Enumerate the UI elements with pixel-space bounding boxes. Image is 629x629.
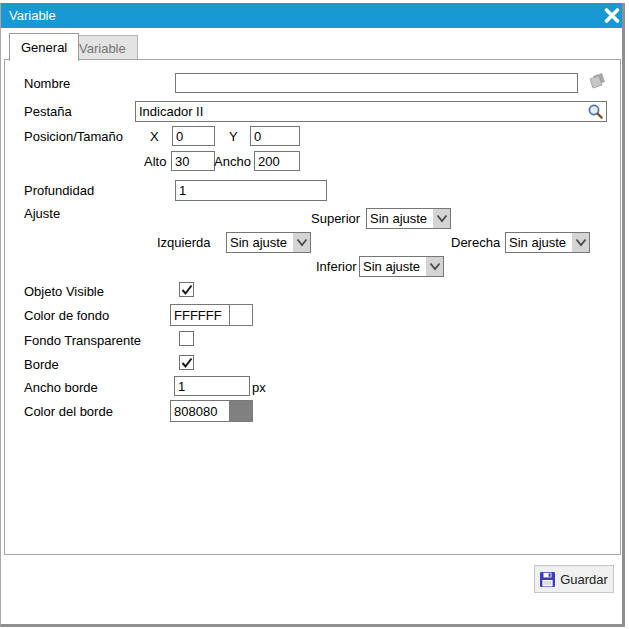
general-tab-panel: Nombre Pestaña Posicio — [4, 59, 621, 555]
page-icon[interactable] — [587, 71, 607, 95]
inferior-select[interactable]: Sin ajuste — [359, 256, 444, 277]
color-fondo-swatch[interactable] — [229, 304, 253, 326]
izquierda-select-value: Sin ajuste — [227, 233, 293, 252]
derecha-select[interactable]: Sin ajuste — [505, 232, 590, 253]
ancho-borde-label: Ancho borde — [24, 380, 98, 395]
derecha-label: Derecha — [451, 235, 500, 250]
alto-input[interactable] — [171, 151, 215, 171]
ancho-label: Ancho — [214, 154, 251, 169]
screen: Variable General Variable ? Nombre — [0, 0, 629, 629]
fondo-transparente-checkbox[interactable] — [179, 331, 194, 346]
tab-general[interactable]: General — [9, 33, 79, 61]
color-borde-label: Color del borde — [24, 404, 113, 419]
borde-checkbox[interactable] — [179, 355, 194, 370]
nombre-input[interactable] — [175, 73, 578, 93]
ancho-input[interactable] — [254, 151, 300, 171]
ancho-borde-input[interactable] — [174, 376, 250, 396]
superior-label: Superior — [311, 211, 360, 226]
pestana-input[interactable] — [136, 103, 585, 120]
izquierda-select[interactable]: Sin ajuste — [226, 232, 311, 253]
dialog-title: Variable — [9, 8, 56, 23]
pestana-label: Pestaña — [24, 104, 72, 119]
superior-select-value: Sin ajuste — [367, 209, 433, 228]
borde-label: Borde — [24, 357, 59, 372]
search-icon[interactable] — [585, 102, 606, 121]
close-icon[interactable] — [603, 7, 621, 24]
tab-strip: General Variable ? — [1, 28, 622, 59]
objeto-visible-checkbox[interactable] — [179, 282, 194, 297]
chevron-down-icon — [426, 257, 443, 276]
tab-variable-label: Variable — [79, 41, 126, 56]
ancho-borde-unit: px — [252, 380, 266, 395]
inferior-select-value: Sin ajuste — [360, 257, 426, 276]
ajuste-label: Ajuste — [24, 206, 60, 221]
derecha-select-value: Sin ajuste — [506, 233, 572, 252]
y-label: Y — [229, 129, 238, 144]
alto-label: Alto — [144, 154, 166, 169]
objeto-visible-label: Objeto Visible — [24, 284, 104, 299]
guardar-button-label: Guardar — [560, 572, 608, 587]
superior-select[interactable]: Sin ajuste — [366, 208, 451, 229]
profundidad-input[interactable] — [175, 180, 327, 201]
posicion-label: Posicion/Tamaño — [24, 129, 123, 144]
color-fondo-label: Color de fondo — [24, 308, 109, 323]
color-borde-swatch[interactable] — [229, 400, 253, 422]
variable-dialog: Variable General Variable ? Nombre — [0, 3, 625, 627]
chevron-down-icon — [293, 233, 310, 252]
pestana-field — [135, 101, 607, 122]
x-label: X — [150, 129, 159, 144]
izquierda-label: Izquierda — [157, 235, 210, 250]
profundidad-label: Profundidad — [24, 183, 94, 198]
color-fondo-input[interactable] — [170, 304, 230, 326]
color-borde-input[interactable] — [170, 400, 230, 422]
dialog-titlebar: Variable — [1, 3, 622, 28]
chevron-down-icon — [433, 209, 450, 228]
y-input[interactable] — [250, 126, 300, 146]
fondo-transparente-label: Fondo Transparente — [24, 333, 141, 348]
tab-general-label: General — [21, 40, 67, 55]
nombre-label: Nombre — [24, 76, 70, 91]
guardar-button[interactable]: Guardar — [534, 565, 614, 593]
x-input[interactable] — [172, 126, 215, 146]
save-icon — [540, 572, 555, 587]
inferior-label: Inferior — [316, 259, 356, 274]
chevron-down-icon — [572, 233, 589, 252]
